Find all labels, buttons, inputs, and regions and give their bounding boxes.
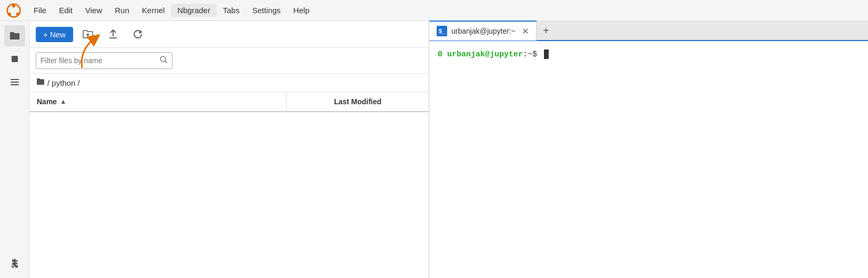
menu-run[interactable]: Run: [108, 4, 136, 17]
menu-bar: File Edit View Run Kernel Nbgrader Tabs …: [0, 0, 868, 21]
terminal-body: 0 urbanjak@jupyter :~$: [429, 41, 868, 278]
terminal-tab-label: urbanjak@jupyter:~: [451, 27, 516, 35]
menu-view[interactable]: View: [79, 4, 108, 17]
terminal-tab-icon: $_: [437, 26, 447, 36]
search-icon: [159, 55, 168, 66]
filter-input[interactable]: [41, 56, 159, 65]
svg-rect-4: [12, 56, 18, 62]
svg-rect-6: [11, 82, 19, 83]
svg-point-1: [12, 4, 15, 7]
column-name-header[interactable]: Name ▲: [29, 92, 287, 111]
breadcrumb: / python /: [29, 74, 429, 92]
new-folder-button[interactable]: [77, 25, 98, 43]
terminal-prompt-num: 0: [438, 50, 442, 59]
filter-bar: [29, 48, 429, 74]
terminal-cursor: [544, 49, 549, 59]
refresh-button[interactable]: [128, 26, 148, 43]
svg-point-2: [16, 12, 19, 15]
menu-tabs[interactable]: Tabs: [217, 4, 246, 17]
svg-point-10: [160, 56, 166, 62]
icon-sidebar: [0, 21, 29, 278]
file-list-header: Name ▲ Last Modified: [29, 92, 429, 112]
folder-sidebar-icon[interactable]: [4, 25, 25, 46]
menu-nbgrader[interactable]: Nbgrader: [171, 4, 217, 17]
file-browser-panel: + New: [29, 21, 429, 278]
svg-line-11: [165, 61, 167, 63]
menu-settings[interactable]: Settings: [246, 4, 287, 17]
app-logo: [4, 1, 23, 20]
filter-input-wrap: [36, 52, 173, 69]
terminal-prompt-path: :~$: [523, 50, 537, 59]
file-list-content: [29, 112, 429, 278]
menu-edit[interactable]: Edit: [53, 4, 79, 17]
menu-file[interactable]: File: [27, 4, 53, 17]
list-sidebar-icon[interactable]: [4, 72, 25, 93]
new-button[interactable]: + New: [36, 27, 73, 42]
sort-asc-icon: ▲: [60, 98, 66, 105]
terminal-panel: $_ urbanjak@jupyter:~ ✕ + 0 urbanjak@jup…: [429, 21, 868, 278]
terminal-tab-bar: $_ urbanjak@jupyter:~ ✕ +: [429, 21, 868, 41]
breadcrumb-path: / python /: [47, 78, 80, 87]
svg-rect-5: [11, 79, 19, 80]
terminal-tab-close-icon[interactable]: ✕: [522, 26, 529, 36]
svg-rect-7: [11, 84, 19, 85]
stop-sidebar-icon[interactable]: [4, 48, 25, 70]
upload-button[interactable]: [103, 25, 124, 43]
terminal-tab[interactable]: $_ urbanjak@jupyter:~ ✕: [429, 21, 537, 41]
column-modified-header[interactable]: Last Modified: [287, 92, 429, 111]
file-toolbar: + New: [29, 21, 429, 48]
terminal-prompt-line: 0 urbanjak@jupyter :~$: [438, 49, 860, 59]
extension-sidebar-icon[interactable]: [4, 253, 25, 274]
menu-kernel[interactable]: Kernel: [136, 4, 171, 17]
terminal-prompt-user: urbanjak@jupyter: [447, 50, 523, 59]
main-layout: + New: [0, 21, 868, 278]
breadcrumb-folder-icon: [36, 77, 45, 88]
svg-point-3: [8, 12, 11, 15]
terminal-tab-add-button[interactable]: +: [537, 21, 556, 41]
menu-help[interactable]: Help: [287, 4, 316, 17]
